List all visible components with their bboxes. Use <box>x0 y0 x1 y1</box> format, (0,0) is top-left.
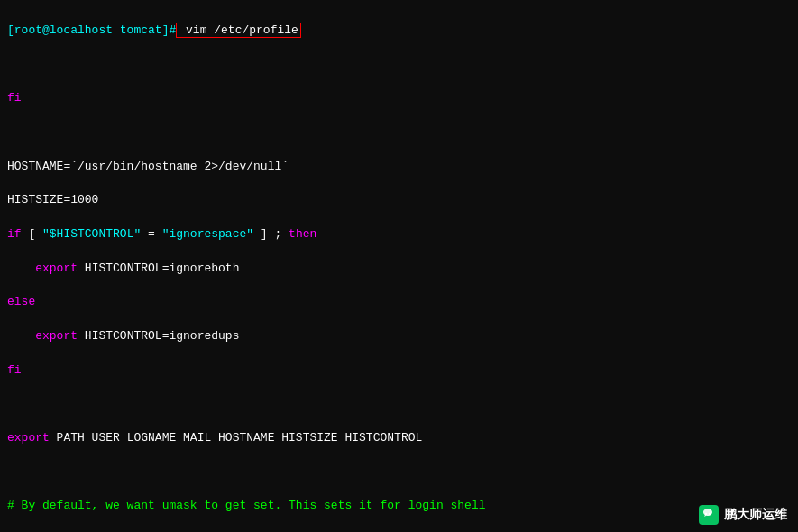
blank-line-4 <box>7 464 791 482</box>
export-path-line: export PATH USER LOGNAME MAIL HOSTNAME H… <box>7 430 791 447</box>
command-text: vim /etc/profile <box>176 23 301 38</box>
hostname-line: HOSTNAME=`/usr/bin/hostname 2>/dev/null` <box>7 159 791 176</box>
else-line-1: else <box>7 294 791 311</box>
histsize-line: HISTSIZE=1000 <box>7 192 791 209</box>
watermark-text: 鹏大师运维 <box>724 507 787 523</box>
prompt-text: [root@localhost tomcat]# <box>7 23 176 37</box>
blank-line-2 <box>7 124 791 142</box>
prompt-line: [root@localhost tomcat]# vim /etc/profil… <box>7 23 791 40</box>
export-hist-ignore-line: export HISTCONTROL=ignoreboth <box>7 261 791 278</box>
blank-line-1 <box>7 57 791 74</box>
if-hist-line: if [ "$HISTCONTROL" = "ignorespace" ] ; … <box>7 226 791 243</box>
blank-line-3 <box>7 396 791 413</box>
wechat-icon <box>699 505 719 525</box>
terminal: [root@localhost tomcat]# vim /etc/profil… <box>0 0 798 532</box>
watermark: 鹏大师运维 <box>699 505 787 525</box>
comment-line-1: # By default, we want umask to get set. … <box>7 498 791 515</box>
export-hist-dups-line: export HISTCONTROL=ignoredups <box>7 328 791 345</box>
fi-line-1: fi <box>7 90 791 107</box>
fi-line-2: fi <box>7 362 791 380</box>
